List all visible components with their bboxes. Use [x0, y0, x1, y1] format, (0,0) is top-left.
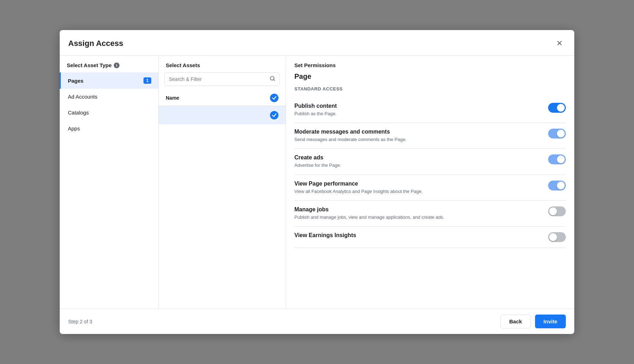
close-icon: ✕: [556, 39, 563, 48]
toggle-thumb: [557, 104, 565, 112]
sidebar-item-pages[interactable]: Pages 1: [60, 72, 158, 89]
assets-header: Name: [159, 90, 286, 106]
permission-desc: Publish as the Page.: [294, 111, 541, 117]
permission-name: Moderate messages and comments: [294, 129, 541, 135]
modal-body: Select Asset Type i Pages 1 Ad Accounts …: [60, 56, 574, 309]
sidebar-item-apps[interactable]: Apps: [60, 121, 158, 136]
invite-button[interactable]: Invite: [535, 315, 566, 328]
left-panel: Select Asset Type i Pages 1 Ad Accounts …: [60, 56, 159, 309]
table-row[interactable]: [159, 106, 286, 124]
toggle-manage-jobs[interactable]: [548, 206, 566, 216]
left-panel-title: Select Asset Type i: [60, 56, 158, 72]
search-icon: [270, 76, 275, 83]
toggle-thumb: [549, 207, 557, 215]
search-input[interactable]: [169, 76, 267, 82]
modal-title: Assign Access: [68, 39, 123, 48]
toggle-moderate[interactable]: [548, 129, 566, 139]
middle-panel-title: Select Assets: [159, 56, 286, 72]
sidebar-item-ad-accounts[interactable]: Ad Accounts: [60, 89, 158, 105]
back-button[interactable]: Back: [500, 315, 531, 328]
permission-desc: Advertise for the Page.: [294, 162, 541, 169]
asset-type-list: Pages 1 Ad Accounts Catalogs Apps: [60, 72, 158, 309]
permission-desc: Publish and manage jobs, view and manage…: [294, 214, 541, 221]
close-button[interactable]: ✕: [553, 37, 566, 50]
permissions-section-title: Page: [294, 72, 566, 81]
toggle-create-ads[interactable]: [548, 154, 566, 164]
standard-access-label: Standard Access: [294, 86, 566, 92]
column-name-label: Name: [166, 95, 179, 101]
permission-desc: Send messages and moderate comments as t…: [294, 136, 541, 143]
assets-table: Name: [159, 90, 286, 309]
toggle-view-performance[interactable]: [548, 181, 566, 190]
pages-badge: 1: [143, 77, 151, 84]
right-panel: Set Permissions Page Standard Access Pub…: [286, 56, 574, 309]
toggle-thumb: [557, 182, 565, 189]
permission-desc: View all Facebook Analytics and Page Ins…: [294, 188, 541, 195]
search-bar: [164, 72, 280, 86]
sidebar-item-label: Catalogs: [68, 110, 89, 116]
permission-row-moderate: Moderate messages and comments Send mess…: [294, 123, 566, 149]
permission-row-view-performance: View Page performance View all Facebook …: [294, 175, 566, 201]
toggle-thumb: [549, 233, 557, 241]
step-label: Step 2 of 3: [68, 319, 92, 324]
middle-panel: Select Assets Name: [159, 56, 286, 309]
sidebar-item-label: Ad Accounts: [68, 94, 97, 100]
sidebar-item-catalogs[interactable]: Catalogs: [60, 105, 158, 121]
modal-footer: Step 2 of 3 Back Invite: [60, 309, 574, 334]
sidebar-item-label: Pages: [68, 78, 83, 84]
right-panel-title: Set Permissions: [286, 56, 574, 72]
modal-header: Assign Access ✕: [60, 30, 574, 56]
permission-name: Manage jobs: [294, 206, 541, 213]
assign-access-modal: Assign Access ✕ Select Asset Type i Page…: [60, 30, 574, 334]
row-checkbox[interactable]: [270, 111, 278, 119]
permission-name: View Earnings Insights: [294, 232, 541, 239]
permission-row-create-ads: Create ads Advertise for the Page.: [294, 149, 566, 175]
permission-row-publish: Publish content Publish as the Page.: [294, 97, 566, 123]
info-icon[interactable]: i: [114, 63, 119, 68]
permission-name: View Page performance: [294, 181, 541, 187]
permission-name: Publish content: [294, 103, 541, 109]
permission-name: Create ads: [294, 154, 541, 161]
svg-line-1: [274, 80, 275, 81]
toggle-earnings[interactable]: [548, 232, 566, 242]
permission-row-manage-jobs: Manage jobs Publish and manage jobs, vie…: [294, 201, 566, 227]
toggle-publish-content[interactable]: [548, 103, 566, 113]
permissions-content: Page Standard Access Publish content Pub…: [286, 72, 574, 309]
footer-buttons: Back Invite: [500, 315, 566, 328]
select-all-checkbox[interactable]: [270, 94, 278, 102]
sidebar-item-label: Apps: [68, 125, 80, 131]
permission-row-earnings: View Earnings Insights: [294, 227, 566, 248]
